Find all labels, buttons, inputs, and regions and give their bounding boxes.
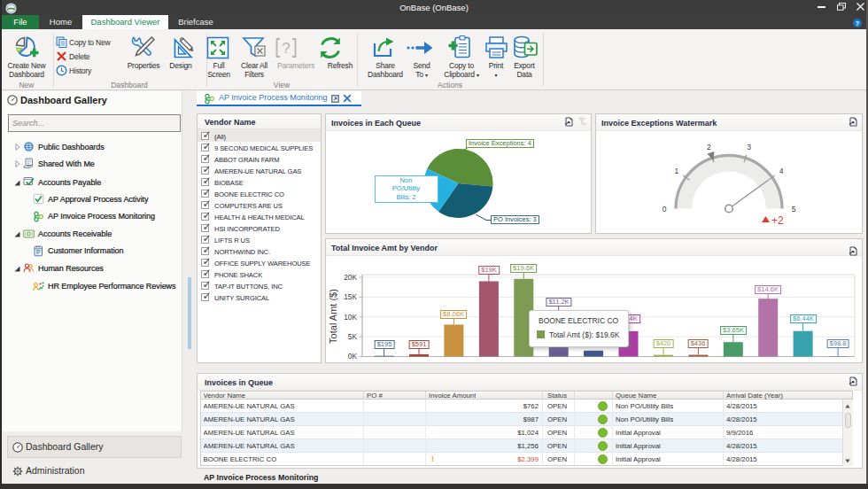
svg-text:3: 3 bbox=[747, 143, 751, 151]
svg-text:0K: 0K bbox=[348, 352, 358, 361]
svg-text:Total Amt ($): Total Amt ($) bbox=[328, 289, 338, 344]
svg-text:5K: 5K bbox=[348, 332, 358, 341]
svg-text:0: 0 bbox=[663, 205, 667, 213]
svg-text:+2: +2 bbox=[771, 214, 784, 227]
svg-text:4: 4 bbox=[779, 167, 784, 175]
svg-text:?: ? bbox=[282, 40, 290, 57]
svg-text:15K: 15K bbox=[344, 292, 357, 301]
svg-text:10K: 10K bbox=[344, 313, 357, 322]
svg-text:1: 1 bbox=[675, 167, 679, 175]
svg-text:?: ? bbox=[856, 19, 860, 27]
svg-text:20K: 20K bbox=[344, 273, 357, 282]
svg-text:5: 5 bbox=[792, 205, 796, 213]
svg-text:2: 2 bbox=[707, 143, 711, 151]
